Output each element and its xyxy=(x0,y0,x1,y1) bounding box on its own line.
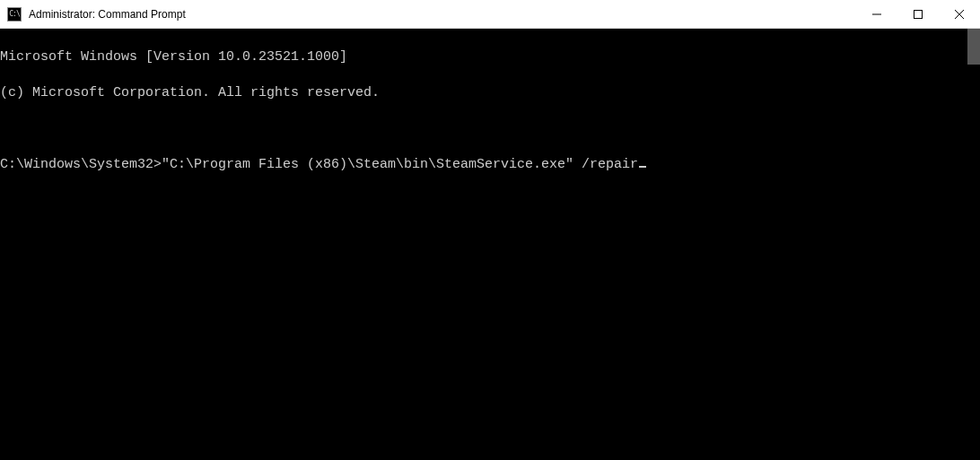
scrollbar-thumb[interactable] xyxy=(967,29,980,65)
prompt: C:\Windows\System32> xyxy=(0,157,162,172)
close-button[interactable] xyxy=(939,0,980,28)
minimize-icon xyxy=(872,10,881,19)
minimize-button[interactable] xyxy=(856,0,897,28)
command-text: "C:\Program Files (x86)\Steam\bin\SteamS… xyxy=(162,157,638,172)
close-icon xyxy=(955,10,964,19)
window-controls xyxy=(856,0,980,28)
terminal-output[interactable]: Microsoft Windows [Version 10.0.23521.10… xyxy=(0,29,980,460)
cmd-icon: C:\ xyxy=(7,7,22,22)
text-cursor xyxy=(639,166,646,168)
maximize-button[interactable] xyxy=(897,0,939,28)
terminal-prompt-line: C:\Windows\System32>"C:\Program Files (x… xyxy=(0,156,980,174)
terminal-line: (c) Microsoft Corporation. All rights re… xyxy=(0,84,980,102)
maximize-icon xyxy=(914,10,923,19)
terminal-blank-line xyxy=(0,120,980,138)
terminal-line: Microsoft Windows [Version 10.0.23521.10… xyxy=(0,48,980,66)
titlebar[interactable]: C:\ Administrator: Command Prompt xyxy=(0,0,980,29)
window-title: Administrator: Command Prompt xyxy=(29,8,856,21)
svg-rect-1 xyxy=(914,10,923,18)
